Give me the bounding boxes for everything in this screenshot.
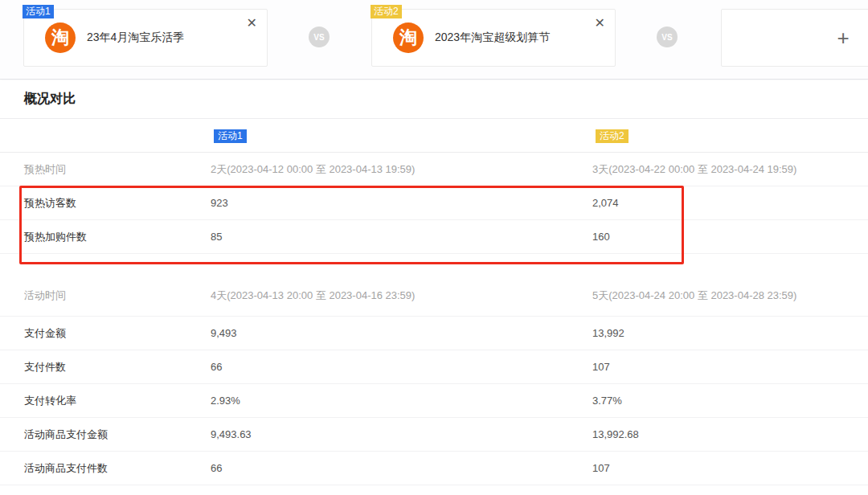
row-label: 活动时间: [24, 288, 211, 303]
activity2-value: 3天(2023-04-22 00:00 至 2023-04-24 19:59): [592, 162, 868, 177]
activity1-value: 85: [211, 231, 592, 243]
comparison-table: 活动1 活动2 预热时间 2天(2023-04-12 00:00 至 2023-…: [0, 119, 868, 485]
close-icon[interactable]: ✕: [247, 16, 257, 31]
activity1-value: 4天(2023-04-13 20:00 至 2023-04-16 23:59): [211, 288, 592, 303]
activity1-badge: 活动1: [23, 5, 54, 18]
table-row: 活动时间 4天(2023-04-13 20:00 至 2023-04-16 23…: [0, 275, 868, 317]
table-row: 支付转化率 2.93% 3.77%: [0, 384, 868, 418]
activity1-value: 2天(2023-04-12 00:00 至 2023-04-13 19:59): [211, 162, 592, 177]
comparison-table-body: 预热时间 2天(2023-04-12 00:00 至 2023-04-13 19…: [0, 153, 868, 485]
activity1-value: 9,493.63: [211, 428, 592, 440]
table-row: 预热加购件数 85 160: [0, 220, 868, 254]
plus-icon[interactable]: +: [837, 26, 849, 51]
row-label: 活动商品支付件数: [24, 461, 211, 476]
activity1-value: 66: [211, 462, 592, 474]
row-label: 预热时间: [24, 162, 211, 177]
row-label: 预热加购件数: [24, 230, 211, 244]
activity2-value: 13,992.68: [592, 428, 868, 440]
page-title: 概况对比: [24, 91, 76, 108]
table-row: 活动商品支付件数 66 107: [0, 452, 868, 485]
vs-badge: VS: [309, 27, 330, 47]
taobao-logo-icon: 淘: [393, 22, 424, 53]
table-header-row: 活动1 活动2: [0, 119, 868, 153]
activity-selector-bar: 活动1 淘 23年4月淘宝乐活季 ✕ VS 活动2 淘 2023年淘宝超级划算节…: [0, 0, 868, 80]
activity1-value: 2.93%: [211, 395, 592, 407]
taobao-logo-icon: 淘: [45, 22, 76, 53]
table-row: 预热时间 2天(2023-04-12 00:00 至 2023-04-13 19…: [0, 153, 868, 186]
activity2-title: 2023年淘宝超级划算节: [435, 31, 550, 45]
activity2-value: 160: [592, 231, 868, 243]
activity1-value: 66: [211, 361, 592, 373]
activity1-value: 923: [211, 197, 592, 209]
activity2-value: 2,074: [592, 197, 868, 209]
section-header: 概况对比: [0, 80, 868, 119]
add-activity-card[interactable]: +: [721, 9, 868, 67]
activity1-value: 9,493: [211, 327, 592, 339]
activity1-column-header: 活动1: [214, 129, 247, 143]
close-icon[interactable]: ✕: [595, 16, 605, 31]
activity2-badge: 活动2: [371, 5, 402, 18]
activity2-column-header: 活动2: [596, 129, 628, 143]
table-row: 支付件数 66 107: [0, 350, 868, 384]
campaign-comparison-page: 活动1 淘 23年4月淘宝乐活季 ✕ VS 活动2 淘 2023年淘宝超级划算节…: [0, 0, 868, 495]
vs-badge: VS: [657, 27, 678, 47]
table-row: 活动商品支付金额 9,493.63 13,992.68: [0, 418, 868, 452]
table-row: 支付金额 9,493 13,992: [0, 317, 868, 350]
activity2-value: 13,992: [592, 327, 868, 339]
row-label: 活动商品支付金额: [24, 428, 211, 442]
row-label: 支付转化率: [24, 394, 211, 408]
activity2-value: 107: [592, 361, 868, 373]
row-label: 支付金额: [24, 326, 211, 341]
activity2-value: 3.77%: [592, 395, 868, 407]
row-label: 预热访客数: [24, 196, 211, 211]
activity2-value: 5天(2023-04-24 20:00 至 2023-04-28 23:59): [592, 288, 868, 303]
table-row: 预热访客数 923 2,074: [0, 186, 868, 220]
activity2-value: 107: [592, 462, 868, 474]
activity-card-1[interactable]: 活动1 淘 23年4月淘宝乐活季 ✕: [23, 9, 268, 67]
activity1-title: 23年4月淘宝乐活季: [87, 31, 184, 45]
activity-card-2[interactable]: 活动2 淘 2023年淘宝超级划算节 ✕: [371, 9, 616, 67]
row-label: 支付件数: [24, 360, 211, 374]
